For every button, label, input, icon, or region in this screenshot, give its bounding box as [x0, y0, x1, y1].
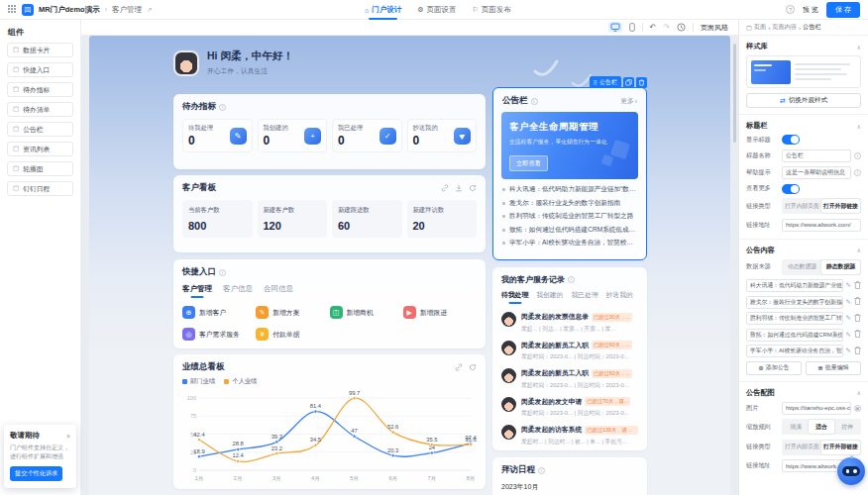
- close-icon[interactable]: ×: [66, 433, 70, 440]
- quick-entry-tab[interactable]: 合同信息: [264, 284, 293, 298]
- edit-icon[interactable]: ✎: [846, 282, 851, 289]
- preview-button[interactable]: 预 览: [803, 5, 818, 15]
- batch-edit-button[interactable]: ≣批量编辑: [806, 361, 861, 375]
- page-style-button[interactable]: 页面风格: [701, 23, 728, 33]
- announcement-item-input[interactable]: 致拓：如何通过低代码搭建CRM系统低成本: [746, 329, 843, 342]
- announcement-list-item[interactable]: 科大讯通：低代码助力新能源产业链加“数”跑: [502, 183, 637, 197]
- delete-icon[interactable]: [854, 281, 861, 291]
- collapse-icon[interactable]: ∧: [857, 389, 861, 396]
- scale-rule-option[interactable]: 拉伸: [834, 420, 860, 434]
- link-icon[interactable]: [441, 184, 449, 192]
- board-card[interactable]: 新建拜访数20: [407, 200, 478, 238]
- canvas-scrollbar[interactable]: [733, 44, 736, 143]
- sidebar-component-item[interactable]: ▢数据卡片: [7, 43, 73, 57]
- collapse-icon[interactable]: ∧: [857, 44, 861, 50]
- board-card[interactable]: 当前客户数800: [182, 200, 253, 238]
- board-card[interactable]: 新建跟进数60: [332, 200, 402, 238]
- scale-rule-option[interactable]: 适合: [809, 420, 834, 434]
- quick-entry-item[interactable]: ▶新增跟进: [403, 306, 477, 319]
- nav-item[interactable]: ⚐页面发布: [473, 0, 511, 20]
- data-source-option[interactable]: 动态数据源: [783, 260, 821, 274]
- service-record-item[interactable]: 闵柔发起的新员工入职已超过60天，...发起时间：2023-0... | 到达时…: [501, 368, 638, 390]
- sidebar-component-item[interactable]: ▢钉钉日程: [7, 181, 73, 196]
- breadcrumb-item[interactable]: 页面: [754, 23, 766, 32]
- service-record-item[interactable]: 闵柔发起的发文申请已超过70天，请...发起时间：2023-0... | 到达时…: [501, 397, 638, 419]
- announcement-list-item[interactable]: 致拓：如何通过低代码搭建CRM系统低成本解决...: [502, 224, 637, 238]
- visit-schedule-panel[interactable]: 拜访日程 i 2023年10月: [492, 457, 647, 495]
- performance-panel[interactable]: 业绩总看板 部门业绩个人业绩 02550751001月2月3月4月5月6月7月8…: [173, 354, 486, 489]
- delete-icon[interactable]: [854, 330, 861, 340]
- announcement-item-input[interactable]: 学军小学：AI校长驱动业务自治，智慧校园: [746, 345, 843, 357]
- quick-entry-item[interactable]: ◎客户需求服务: [182, 328, 256, 341]
- quick-entry-item[interactable]: ◫新增商机: [330, 306, 403, 319]
- todo-metric-card[interactable]: 我创建的0+: [258, 119, 328, 152]
- sidebar-component-item[interactable]: ▢公告栏: [7, 122, 73, 137]
- edit-page-icon[interactable]: ↗: [147, 6, 152, 14]
- sidebar-component-item[interactable]: ▢轮播图: [7, 161, 73, 176]
- show-title-toggle[interactable]: [782, 135, 800, 145]
- announcement-list-item[interactable]: 学军小学：AI校长驱动业务自治，智慧校园引领数...: [502, 237, 637, 250]
- link-type-option[interactable]: 打开内部页面: [783, 441, 821, 454]
- edit-icon[interactable]: ✎: [846, 299, 851, 306]
- image-url-input[interactable]: https://tianshu-epc.oss-cn-sha: [782, 402, 851, 415]
- nav-item[interactable]: ⌂门户设计: [365, 0, 401, 20]
- sidebar-component-item[interactable]: ▢待办指标: [7, 82, 73, 97]
- delete-icon[interactable]: [854, 314, 861, 324]
- sidebar-component-item[interactable]: ▢资讯列表: [7, 142, 73, 156]
- service-record-item[interactable]: 闵柔发起的发票信息录已超过30天，...发起... | 到达... | 发票..…: [501, 312, 638, 334]
- announcement-item-input[interactable]: 雅戈尔：服装行业龙头的数字创新指南: [746, 296, 843, 309]
- quick-entry-item[interactable]: ⊕新增客户: [182, 306, 256, 319]
- desktop-view-icon[interactable]: [608, 22, 622, 33]
- drag-handle[interactable]: ⠿公告栏: [590, 76, 621, 88]
- board-card[interactable]: 新建客户数120: [258, 200, 328, 238]
- sidebar-component-item[interactable]: ▢快捷入口: [7, 62, 73, 77]
- announcement-list-item[interactable]: 胜利羽绒：传统制造业的智慧工厂转型之路: [502, 210, 637, 224]
- quick-entry-tab[interactable]: 客户信息: [223, 284, 253, 298]
- service-tab[interactable]: 我创建的: [536, 290, 563, 304]
- link-type-option[interactable]: 打开外部链接: [821, 441, 860, 454]
- delete-component-icon[interactable]: [636, 77, 647, 88]
- add-announcement-button[interactable]: ⊕添加公告: [746, 361, 802, 375]
- history-icon[interactable]: [677, 23, 686, 32]
- link-type-option[interactable]: 打开外部链接: [821, 199, 860, 213]
- service-tab[interactable]: 待我处理: [501, 290, 528, 304]
- link-url-input[interactable]: https://www.aliwork.com/: [782, 219, 861, 232]
- undo-icon[interactable]: ↶: [650, 24, 657, 32]
- announcement-banner[interactable]: 客户全生命周期管理 全流程客户服务，量化销售行为一体化 立即查看: [501, 112, 638, 179]
- collapse-icon[interactable]: ∧: [857, 123, 861, 130]
- data-source-option[interactable]: 静态数据源: [821, 260, 860, 274]
- service-tab[interactable]: 我已处理: [571, 290, 597, 304]
- legend-item[interactable]: 个人业绩: [224, 377, 257, 386]
- view-now-button[interactable]: 立即查看: [509, 155, 548, 171]
- image-picker-icon[interactable]: ▣: [854, 405, 861, 412]
- edit-icon[interactable]: ✎: [846, 315, 851, 322]
- show-more-toggle[interactable]: [782, 184, 800, 194]
- collapse-icon[interactable]: ∧: [857, 247, 861, 253]
- service-record-item[interactable]: 闵柔发起的访客系统已超过139天，请处理发起时... | 到达时... | 被.…: [501, 425, 638, 446]
- service-record-item[interactable]: 闵柔发起的新员工入职已超过60天，...发起时间：2023-0... | 到达时…: [501, 341, 638, 362]
- refresh-icon[interactable]: [469, 363, 477, 371]
- title-name-input[interactable]: 公告栏: [782, 149, 851, 162]
- todo-metric-card[interactable]: 待我处理0✎: [182, 119, 253, 152]
- style-preview-thumbnail[interactable]: [746, 55, 861, 88]
- apps-grid-icon[interactable]: [8, 5, 17, 14]
- redo-icon[interactable]: ↷: [663, 24, 670, 32]
- mobile-view-icon[interactable]: [629, 23, 635, 32]
- refresh-icon[interactable]: [469, 184, 477, 192]
- announcement-panel[interactable]: ⠿公告栏 公告栏 i 更多› 客户全生命周期管理 全流程客户服务，量化销售行为一…: [492, 87, 647, 260]
- sidebar-component-item[interactable]: ▢待办清单: [7, 102, 73, 117]
- quick-entry-tab[interactable]: 客户管理: [182, 284, 212, 298]
- ai-assistant-icon[interactable]: [837, 457, 865, 485]
- breadcrumb-item[interactable]: 公告栏: [803, 23, 821, 32]
- todo-metrics-panel[interactable]: 待办指标 i 待我处理0✎我创建的0+我已处理0✓抄送我的0▶: [173, 94, 486, 169]
- announcement-item-input[interactable]: 科大讯通：低代码助力新能源产业链加“数”跑: [746, 279, 843, 292]
- announcement-list-item[interactable]: 雅戈尔：服装行业龙头的数字创新指南: [502, 197, 637, 211]
- service-tab[interactable]: 抄送我的: [606, 290, 633, 304]
- help-tip-input[interactable]: 这是一条帮助说明信息: [782, 166, 851, 179]
- announcement-item-input[interactable]: 胜利羽绒：传统制造业的智慧工厂转型之路: [746, 312, 843, 325]
- scale-rule-option[interactable]: 填满: [783, 420, 809, 434]
- delete-icon[interactable]: [854, 346, 861, 356]
- todo-metric-card[interactable]: 抄送我的0▶: [407, 119, 478, 152]
- legend-item[interactable]: 部门业绩: [182, 377, 215, 386]
- help-icon[interactable]: ?: [786, 5, 795, 14]
